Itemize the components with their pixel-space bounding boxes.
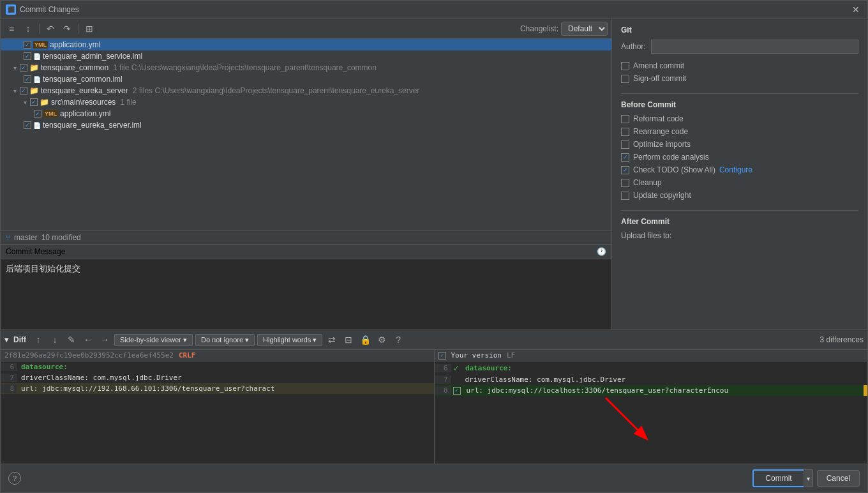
main-content: ≡ ↕ ↶ ↷ ⊞ Changelist: Default ✓ YML appl… [1, 19, 867, 330]
tree-item-eureka-yml[interactable]: ✓ YML application.yml [1, 108, 611, 119]
reformat-checkbox[interactable] [621, 115, 629, 123]
commit-message-area: Commit Message 🕐 后端项目初始化提交 [1, 244, 611, 330]
line-content: datasource: [17, 362, 434, 372]
configure-link[interactable]: Configure [719, 165, 752, 174]
modified-count: 10 modified [41, 233, 81, 242]
after-commit-title: After Commit [621, 217, 858, 226]
diff-right-panel: ✓ Your version LF 6 ✓ datasource: 7 driv… [434, 350, 868, 464]
tree-item-application-yml[interactable]: ✓ YML application.yml [1, 39, 611, 50]
diff-edit-button[interactable]: ✎ [64, 333, 79, 347]
commit-button[interactable]: Commit [752, 469, 803, 487]
status-bar: ⑂ master 10 modified [1, 231, 611, 244]
signoff-checkbox[interactable] [621, 75, 629, 83]
analysis-label: Perform code analysis [633, 153, 709, 162]
cleanup-checkbox[interactable] [621, 179, 629, 187]
diff-label: ▾ [4, 335, 8, 344]
diff-prev-button[interactable]: ← [81, 333, 95, 347]
git-section-title: Git [621, 26, 858, 34]
tree-checkbox[interactable]: ✓ [30, 98, 38, 106]
diff-down-button[interactable]: ↓ [48, 333, 62, 347]
tree-item-label: tensquare_eureka_server.iml [43, 121, 142, 130]
tree-checkbox[interactable]: ✓ [24, 52, 31, 60]
tree-item-meta: 1 file C:\Users\wangxiang\IdeaProjects\t… [113, 63, 377, 72]
todo-checkbox[interactable]: ✓ [621, 166, 629, 174]
folder-icon: 📁 [29, 86, 39, 95]
line-number: 7 [1, 374, 17, 382]
undo-button[interactable]: ↶ [43, 22, 57, 36]
sort-button[interactable]: ≡ [4, 22, 19, 36]
ignore-whitespace-button[interactable]: Do not ignore ▾ [195, 334, 255, 346]
tree-item-label: application.yml [50, 40, 100, 49]
sync-button[interactable]: ↕ [21, 22, 35, 36]
diff-lock-button[interactable]: 🔒 [358, 333, 372, 347]
app-icon: ⬛ [6, 4, 16, 15]
copyright-checkbox[interactable] [621, 192, 629, 200]
branch-icon: ⑂ [6, 234, 10, 241]
diff-line: 6 datasource: [1, 361, 434, 372]
tree-checkbox[interactable]: ✓ [24, 75, 31, 83]
diff-right-header: ✓ Your version LF [435, 350, 868, 361]
side-by-side-viewer-button[interactable]: Side-by-side viewer ▾ [114, 334, 193, 346]
tree-item-meta: 2 files C:\Users\wangxiang\IdeaProjects\… [133, 86, 420, 95]
diff-panel: ▾ Diff ↑ ↓ ✎ ← → Side-by-side viewer ▾ D… [1, 330, 867, 464]
title-bar: ⬛ Commit Changes ✕ [1, 1, 867, 19]
cleanup-option: Cleanup [621, 178, 858, 187]
file-toolbar: ≡ ↕ ↶ ↷ ⊞ Changelist: Default [1, 19, 611, 39]
tree-checkbox[interactable]: ✓ [24, 41, 31, 49]
rearrange-option: Rearrange code [621, 127, 858, 136]
analysis-checkbox[interactable]: ✓ [621, 153, 629, 162]
folder-icon: 📁 [40, 98, 49, 107]
line-number: 8 [1, 384, 17, 393]
changelist-select[interactable]: Default [561, 22, 608, 36]
iml-icon: 📄 [33, 53, 41, 60]
line-checkbox[interactable]: ✓ [453, 387, 461, 395]
highlight-words-button[interactable]: Highlight words ▾ [257, 334, 322, 346]
tree-item-eureka-iml[interactable]: ✓ 📄 tensquare_eureka_server.iml [1, 119, 611, 131]
commit-message-label: Commit Message [6, 247, 65, 256]
redo-button[interactable]: ↷ [60, 22, 74, 36]
diff-settings-button[interactable]: ⚙ [375, 333, 389, 347]
commit-message-input[interactable]: 后端项目初始化提交 [1, 259, 611, 330]
diff-columns-button[interactable]: ⊟ [341, 333, 355, 347]
commit-dropdown-button[interactable]: ▾ [804, 469, 813, 487]
tree-checkbox[interactable]: ✓ [20, 64, 27, 72]
close-button[interactable]: ✕ [849, 4, 862, 15]
tree-item-resources[interactable]: ▾ ✓ 📁 src\main\resources 1 file [1, 96, 611, 108]
cancel-button[interactable]: Cancel [817, 470, 860, 487]
upload-row: Upload files to: [621, 231, 858, 240]
history-icon[interactable]: 🕐 [597, 247, 606, 256]
tree-item-eureka[interactable]: ▾ ✓ 📁 tensquare_eureka_server 2 files C:… [1, 85, 611, 96]
reformat-option: Reformat code [621, 114, 858, 123]
right-checkbox[interactable]: ✓ [438, 352, 446, 360]
signoff-option: Sign-off commit [621, 74, 858, 83]
tree-item-meta: 1 file [120, 98, 136, 107]
line-number: 6 [435, 364, 451, 372]
ignore-dropdown-icon: ▾ [245, 336, 249, 344]
help-button[interactable]: ? [8, 472, 21, 485]
tree-item-common-iml[interactable]: ✓ 📄 tensquare_common.iml [1, 73, 611, 85]
commit-message-header: Commit Message 🕐 [1, 244, 611, 259]
rearrange-checkbox[interactable] [621, 128, 629, 136]
tree-item-common[interactable]: ▾ ✓ 📁 tensquare_common 1 file C:\Users\w… [1, 62, 611, 73]
svg-line-1 [606, 398, 638, 430]
signoff-label: Sign-off commit [633, 74, 686, 83]
amend-checkbox[interactable] [621, 62, 629, 70]
tree-checkbox[interactable]: ✓ [34, 110, 41, 118]
toolbar-separator-2 [78, 24, 79, 34]
group-button[interactable]: ⊞ [82, 22, 96, 36]
bottom-buttons: ? Commit ▾ Cancel [1, 464, 867, 492]
tree-checkbox[interactable]: ✓ [20, 87, 27, 95]
diff-up-button[interactable]: ↑ [31, 333, 45, 347]
iml-icon: 📄 [33, 122, 41, 129]
diff-next-button[interactable]: → [98, 333, 112, 347]
tree-checkbox[interactable]: ✓ [24, 121, 31, 129]
optimize-checkbox[interactable] [621, 140, 629, 149]
yml-icon: YML [43, 110, 58, 118]
author-row: Author: [621, 40, 858, 54]
right-version-label: Your version [451, 351, 502, 360]
diff-arrows-button[interactable]: ⇄ [325, 333, 339, 347]
tree-item-admin-iml[interactable]: ✓ 📄 tensquare_admin_service.iml [1, 50, 611, 62]
diff-help-button[interactable]: ? [391, 333, 405, 347]
author-input[interactable] [651, 40, 858, 54]
before-commit-title: Before Commit [621, 100, 858, 109]
